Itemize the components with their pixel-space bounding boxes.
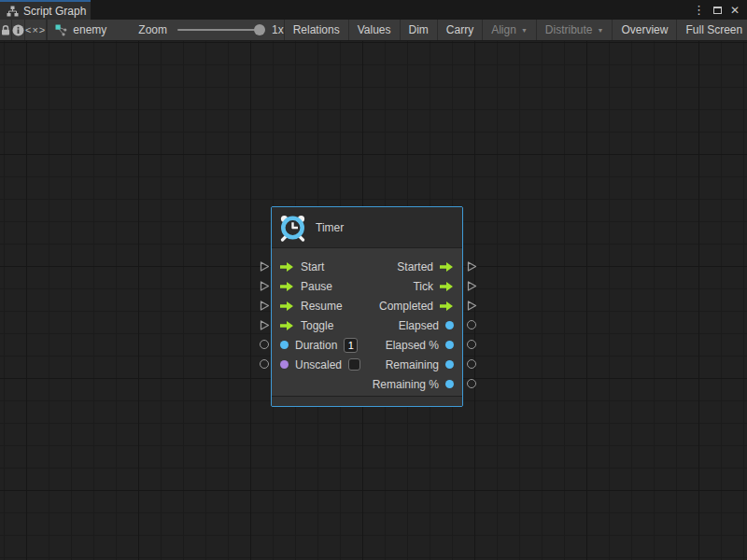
close-icon[interactable]: ✕: [730, 5, 740, 16]
node-title: Timer: [316, 221, 344, 234]
value-port-dot: [445, 360, 454, 369]
tab-title: Script Graph: [23, 5, 86, 18]
port-label: Unscaled: [295, 358, 342, 371]
flow-output-port[interactable]: [467, 301, 477, 311]
port-label: Started: [397, 260, 433, 273]
zoom-slider[interactable]: [177, 29, 263, 31]
flow-arrow-icon: [440, 281, 454, 292]
graph-canvas[interactable]: Timer Start Started Pause: [0, 41, 747, 560]
flow-input-port[interactable]: [260, 281, 270, 291]
port-remaining[interactable]: Remaining: [386, 358, 454, 371]
flow-input-port[interactable]: [260, 320, 270, 330]
graph-breadcrumb[interactable]: enemy: [48, 20, 114, 40]
flow-arrow-icon: [440, 261, 454, 273]
port-row: Start Started: [272, 257, 462, 276]
tab-script-graph[interactable]: Script Graph: [0, 0, 91, 20]
flow-input-port[interactable]: [260, 261, 270, 272]
value-port-dot: [445, 380, 454, 388]
flow-arrow-icon: [280, 281, 294, 292]
timer-node-header[interactable]: Timer: [272, 207, 462, 248]
timer-node-body: Start Started Pause Tick: [272, 248, 462, 396]
relations-label: Relations: [293, 23, 340, 36]
port-duration[interactable]: Duration: [280, 338, 358, 353]
overview-button[interactable]: Overview: [613, 20, 676, 40]
flow-output-port[interactable]: [467, 281, 477, 291]
dim-label: Dim: [409, 23, 429, 36]
port-toggle[interactable]: Toggle: [280, 319, 333, 332]
distribute-dropdown[interactable]: Distribute ▼: [537, 20, 613, 40]
overview-label: Overview: [621, 23, 668, 36]
value-input-port[interactable]: [260, 359, 269, 369]
port-remaining-percent[interactable]: Remaining %: [373, 378, 454, 391]
value-output-port[interactable]: [467, 320, 476, 329]
unscaled-checkbox[interactable]: [348, 358, 360, 371]
port-unscaled[interactable]: Unscaled: [280, 358, 360, 371]
boolean-port-dot: [280, 360, 289, 369]
graph-node-icon: [55, 24, 67, 36]
duration-input[interactable]: [344, 338, 358, 353]
dim-button[interactable]: Dim: [401, 20, 437, 40]
info-button[interactable]: [12, 20, 24, 40]
flow-input-port[interactable]: [260, 301, 270, 311]
value-port-dot: [280, 341, 289, 349]
flow-arrow-icon: [440, 301, 454, 312]
value-output-port[interactable]: [467, 359, 476, 369]
info-icon: [12, 24, 24, 36]
carry-button[interactable]: Carry: [438, 20, 482, 40]
value-output-port[interactable]: [467, 379, 476, 388]
port-label: Elapsed %: [386, 339, 439, 352]
menu-icon[interactable]: ⋮: [693, 4, 705, 16]
distribute-label: Distribute: [545, 23, 593, 36]
port-label: Pause: [301, 280, 332, 293]
port-label: Completed: [379, 300, 433, 313]
value-port-dot: [445, 341, 454, 349]
script-graph-window: Script Graph ⋮ ✕ <×>: [0, 0, 747, 560]
chevron-down-icon: ▼: [521, 27, 528, 34]
lock-icon: [0, 24, 11, 36]
graph-tree-icon: [7, 6, 19, 17]
code-view-button[interactable]: <×>: [25, 20, 46, 40]
carry-label: Carry: [446, 23, 473, 36]
port-elapsed[interactable]: Elapsed: [399, 319, 454, 332]
port-label: Start: [301, 260, 324, 273]
values-button[interactable]: Values: [349, 20, 400, 40]
flow-arrow-icon: [280, 301, 294, 312]
title-bar: Script Graph ⋮ ✕: [0, 0, 747, 20]
port-pause[interactable]: Pause: [280, 280, 332, 293]
port-completed[interactable]: Completed: [379, 300, 454, 313]
graph-name: enemy: [73, 23, 106, 36]
flow-output-port[interactable]: [467, 261, 477, 272]
port-row: Pause Tick: [272, 276, 462, 296]
port-row: Duration Elapsed %: [272, 335, 462, 355]
align-dropdown[interactable]: Align ▼: [483, 20, 536, 40]
value-input-port[interactable]: [260, 340, 269, 349]
full-screen-button[interactable]: Full Screen: [677, 20, 747, 40]
port-tick[interactable]: Tick: [413, 280, 454, 293]
lock-button[interactable]: [0, 20, 11, 40]
zoom-control: Zoom 1x: [138, 20, 283, 40]
window-controls: ⋮ ✕: [693, 0, 747, 20]
maximize-icon[interactable]: [713, 7, 722, 14]
toolbar: <×> enemy Zoom 1x Relations Values Di: [0, 20, 747, 41]
port-label: Resume: [301, 300, 343, 313]
full-screen-label: Full Screen: [685, 23, 742, 36]
port-label: Remaining %: [373, 378, 439, 391]
port-label: Elapsed: [399, 319, 439, 332]
timer-node[interactable]: Timer Start Started Pause: [271, 206, 463, 407]
zoom-label: Zoom: [138, 23, 167, 36]
port-resume[interactable]: Resume: [280, 300, 343, 313]
align-label: Align: [491, 23, 516, 36]
value-port-dot: [445, 321, 454, 329]
port-row: Toggle Elapsed: [272, 315, 462, 335]
flow-arrow-icon: [280, 261, 294, 273]
port-start[interactable]: Start: [280, 260, 324, 273]
value-output-port[interactable]: [467, 340, 476, 349]
port-started[interactable]: Started: [397, 260, 454, 273]
port-elapsed-percent[interactable]: Elapsed %: [386, 339, 454, 352]
port-label: Duration: [295, 339, 337, 352]
code-icon: <×>: [25, 24, 46, 35]
alarm-clock-icon: [278, 214, 307, 242]
relations-button[interactable]: Relations: [285, 20, 348, 40]
port-label: Remaining: [386, 358, 439, 371]
zoom-slider-handle[interactable]: [254, 24, 265, 35]
